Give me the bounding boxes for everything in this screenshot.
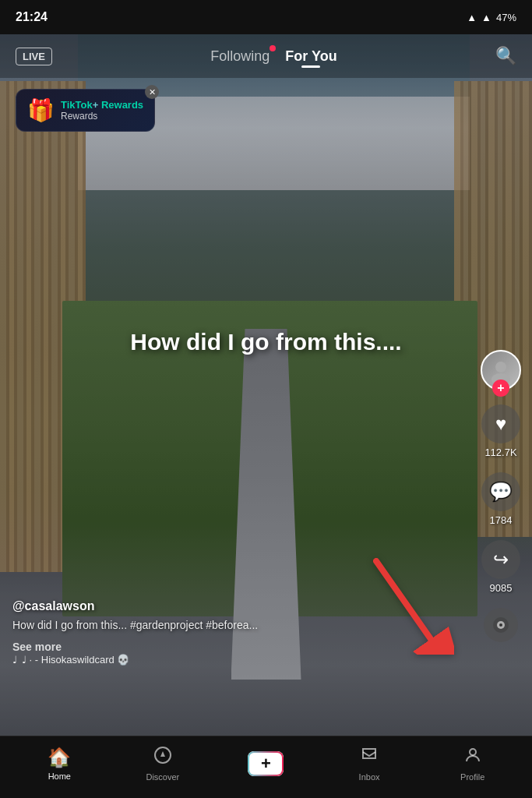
nav-discover[interactable]: Discover xyxy=(111,746,215,782)
comment-icon: 💬 xyxy=(481,472,520,511)
tab-foryou[interactable]: For You xyxy=(285,48,336,65)
like-count: 112.7K xyxy=(484,447,516,458)
creator-avatar-wrap[interactable]: + xyxy=(481,350,521,390)
nav-plus[interactable]: + xyxy=(214,750,318,778)
bottom-nav: 🏠 Home Discover + Inbox xyxy=(0,736,532,798)
rewards-popup[interactable]: ✕ 🎁 TikTok+ Rewards Rewards xyxy=(16,89,155,132)
svg-point-9 xyxy=(470,749,476,755)
share-button[interactable]: ↪ 9085 xyxy=(481,540,520,594)
status-bar: 21:24 ▲ ▲ 47% xyxy=(0,0,532,34)
svg-line-6 xyxy=(376,561,431,639)
music-text: ♩ · - Hisokaswildcard 💀 xyxy=(22,654,129,666)
profile-icon xyxy=(463,746,482,769)
add-video-button[interactable]: + xyxy=(245,750,286,778)
right-sidebar: + ♥ 112.7K 💬 1784 ↪ 9085 xyxy=(481,350,521,642)
signal-icon: ▲ xyxy=(481,12,491,23)
home-icon: 🏠 xyxy=(48,747,71,768)
plus-icon: + xyxy=(261,754,271,774)
rewards-text: TikTok+ Rewards Rewards xyxy=(61,99,143,122)
inbox-icon xyxy=(360,746,379,769)
svg-marker-8 xyxy=(160,751,165,757)
sound-button[interactable] xyxy=(484,608,518,642)
like-button[interactable]: ♥ 112.7K xyxy=(481,404,520,458)
discover-label: Discover xyxy=(146,772,179,782)
video-caption: How did I go from this.... xyxy=(130,329,401,355)
top-nav: LIVE Following For You 🔍 xyxy=(0,34,532,78)
nav-inbox[interactable]: Inbox xyxy=(318,746,421,782)
share-count: 9085 xyxy=(490,582,513,594)
heart-icon: ♥ xyxy=(481,404,520,443)
red-arrow-indicator xyxy=(361,553,454,658)
plus-btn-inner: + xyxy=(248,751,284,776)
sound-icon xyxy=(484,608,518,642)
video-area[interactable]: ✕ 🎁 TikTok+ Rewards Rewards How did I go… xyxy=(0,34,532,736)
nav-home[interactable]: 🏠 Home xyxy=(8,747,111,781)
comment-button[interactable]: 💬 1784 xyxy=(481,472,520,526)
comment-count: 1784 xyxy=(490,514,513,526)
search-icon[interactable]: 🔍 xyxy=(495,46,516,66)
status-icons: ▲ ▲ 47% xyxy=(467,12,516,23)
wifi-icon: ▲ xyxy=(467,12,477,23)
follow-button[interactable]: + xyxy=(492,380,509,397)
svg-point-4 xyxy=(499,623,502,627)
rewards-subtitle: Rewards xyxy=(61,111,143,122)
live-button[interactable]: LIVE xyxy=(16,48,52,65)
rewards-gift-icon: 🎁 xyxy=(27,97,55,123)
discover-icon xyxy=(153,746,172,769)
svg-point-0 xyxy=(495,362,506,373)
inbox-label: Inbox xyxy=(359,772,380,782)
status-time: 21:24 xyxy=(16,10,48,24)
share-icon: ↪ xyxy=(481,540,520,579)
see-more-button[interactable]: See more xyxy=(12,641,62,653)
profile-label: Profile xyxy=(460,772,484,782)
rewards-close-button[interactable]: ✕ xyxy=(145,85,159,99)
nav-tabs: Following For You xyxy=(210,48,336,65)
tab-following[interactable]: Following xyxy=(210,48,270,65)
notif-dot xyxy=(270,45,276,51)
home-label: Home xyxy=(48,772,71,781)
nav-profile[interactable]: Profile xyxy=(421,746,524,782)
music-note-icon: ♩ xyxy=(12,654,17,666)
rewards-brand: TikTok+ Rewards xyxy=(61,99,143,111)
battery-text: 47% xyxy=(496,12,516,23)
